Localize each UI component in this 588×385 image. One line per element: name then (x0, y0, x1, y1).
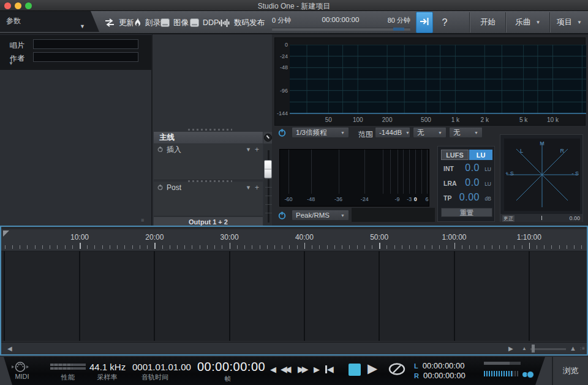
volume-knob-icon[interactable] (527, 371, 534, 378)
toolbar: 参数 ▼ 更新 刻录 图像 DDP (0, 11, 588, 34)
expand-metadata-icon[interactable]: ▼ (9, 61, 13, 66)
performance-label[interactable]: 性能 (50, 373, 86, 382)
album-input[interactable] (33, 39, 138, 49)
song-page-tab[interactable]: 乐曲 ▼ (507, 12, 549, 33)
track-list-area[interactable]: ≡ (0, 70, 152, 226)
play-button[interactable]: ▶ (368, 361, 377, 376)
spectrum-y-tick: -96 (275, 88, 288, 94)
master-section-header[interactable]: 主线 (154, 132, 263, 143)
lane-separator (4, 251, 5, 341)
zoom-slider-handle[interactable] (532, 345, 535, 353)
ruler-tick (274, 245, 275, 249)
ruler-tick (230, 243, 231, 249)
scroll-left-arrow[interactable]: ◀ (7, 345, 12, 352)
ruler-tick (72, 245, 73, 249)
sample-rate-value[interactable]: 44.1 kHz (89, 362, 126, 372)
main-time-display[interactable]: 00:00:00:00 (197, 360, 258, 374)
step-forward-button[interactable]: ▶ (314, 365, 320, 374)
spectrum-power-button[interactable] (278, 128, 286, 139)
ruler-tick (282, 245, 282, 249)
ruler-tick (27, 245, 28, 249)
zoom-slider-track[interactable] (530, 348, 566, 350)
master-knob[interactable] (264, 134, 272, 142)
ruler-tick (237, 245, 238, 249)
ruler-tick (102, 245, 103, 249)
loop-end-label: R (414, 372, 419, 379)
ruler-tick (147, 245, 148, 249)
chevron-down-icon: ▼ (405, 131, 410, 135)
track-lanes[interactable] (1, 251, 587, 341)
ruler-tick (267, 245, 268, 249)
digital-release-button[interactable]: 数码发布 (219, 17, 265, 29)
help-button[interactable]: ? (433, 12, 456, 33)
chevron-down-icon[interactable]: ▼ (246, 185, 251, 191)
ruler-tick (432, 245, 432, 249)
waveform-icon (219, 18, 230, 28)
ddp-label: DDP (203, 18, 219, 27)
ruler-tick (522, 245, 522, 249)
range-dropdown[interactable]: -144dB ▼ (375, 127, 410, 138)
ruler-tick (35, 245, 36, 249)
lane-separator (79, 251, 80, 341)
artist-input[interactable] (33, 52, 138, 62)
spectrum-mode-dropdown[interactable]: 1/3倍频程 ▼ (292, 127, 349, 138)
loop-button[interactable] (387, 362, 407, 378)
master-fader-handle[interactable] (264, 160, 272, 178)
power-icon[interactable] (157, 185, 163, 191)
meter-mode-dropdown[interactable]: Peak/RMS ▼ (292, 210, 349, 221)
meter-tick (383, 150, 383, 194)
ruler-tick (297, 245, 298, 249)
fast-forward-button[interactable]: ▶▶ (298, 364, 306, 374)
album-label: 唱片 (10, 40, 24, 51)
loudness-panel: LUFS LU INT 0.0 LU LRA 0.0 LU TP 0.00 dB (437, 146, 495, 222)
slope-dropdown[interactable]: 无 ▼ (449, 127, 483, 138)
goniometer-panel: M L R + S - S 更正 0.00 (500, 134, 583, 222)
performance-meter-cpu (50, 364, 86, 366)
add-post-insert-button[interactable]: + (255, 183, 259, 192)
chevron-down-icon: ▼ (474, 131, 478, 135)
chevron-down-icon[interactable]: ▼ (246, 147, 251, 153)
step-back-button[interactable]: ◀ (270, 365, 276, 374)
project-page-tab[interactable]: 项目 ▼ (551, 12, 588, 33)
meter-tick (421, 150, 422, 194)
ruler-time-label: 50:00 (361, 233, 398, 242)
start-page-tab[interactable]: 开始 (470, 12, 505, 33)
chevron-down-icon[interactable]: ▼ (80, 23, 85, 29)
tab-lu[interactable]: LU (469, 150, 492, 160)
song-label: 乐曲 (516, 17, 531, 28)
spectrum-chart (290, 45, 586, 114)
zoom-preset-icon[interactable]: :≡ (580, 346, 586, 351)
meter-tick (409, 150, 410, 194)
project-length-used (393, 28, 404, 31)
drag-handle[interactable] (188, 129, 232, 131)
reset-button[interactable]: 重置 (441, 208, 492, 217)
hold-dropdown[interactable]: 无 ▼ (413, 127, 447, 138)
ruler-tick (514, 245, 514, 249)
loop-start-time[interactable]: 00:00:00:00 (423, 361, 465, 370)
ruler-tick (529, 243, 530, 249)
update-button[interactable]: 更新 (104, 17, 134, 29)
update-song-button[interactable] (416, 12, 433, 33)
ddp-button[interactable]: DDP (190, 17, 219, 29)
timeline-scrollbar: ◀ ▶ ▲ ▲ :≡ (1, 342, 587, 354)
loop-end-time[interactable]: 00:00:00:00 (423, 371, 466, 380)
midi-label[interactable]: MIDI (9, 373, 36, 380)
scroll-right-arrow[interactable]: ▶ (508, 345, 513, 352)
add-insert-button[interactable]: + (255, 145, 259, 154)
zoom-out-button[interactable]: ▲ (522, 346, 527, 351)
meter-power-button[interactable] (278, 211, 286, 222)
loop-start-label: L (414, 362, 418, 370)
browse-button[interactable]: 浏览 (553, 357, 588, 385)
track-time-value[interactable]: 0001.01.01.00 (132, 362, 191, 372)
disk-image-button[interactable]: 图像 (160, 17, 189, 29)
zoom-in-button[interactable]: ▲ (570, 345, 576, 352)
correction-label[interactable]: 更正 (502, 215, 514, 222)
power-icon[interactable] (157, 147, 163, 153)
volume-slider[interactable] (484, 371, 512, 376)
return-to-start-button[interactable]: ◀ (325, 364, 334, 374)
burn-button[interactable]: 刻录 (134, 17, 160, 29)
rewind-button[interactable]: ◀◀ (281, 364, 289, 374)
tab-lufs[interactable]: LUFS (441, 150, 469, 160)
stop-button[interactable] (349, 364, 361, 376)
time-ruler[interactable]: 10:0020:0030:0040:0050:001:00:001:10:00 (1, 229, 587, 251)
